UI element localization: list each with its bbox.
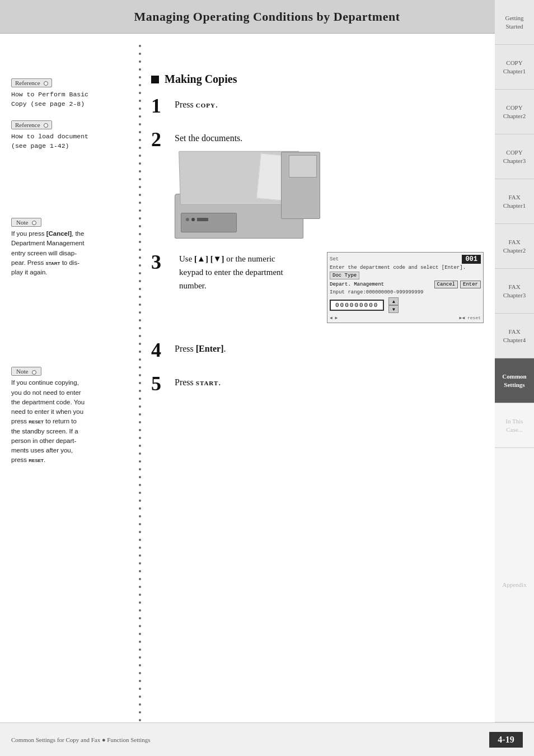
center-column: Making Copies 1 Press copy. 2 Set the do… xyxy=(134,34,495,739)
step-2: 2 Set the documents. xyxy=(151,129,484,239)
right-sidebar: GettingStarted COPYChapter1 COPYChapter2… xyxy=(495,0,534,722)
step-3-content: Use [▲] [▼] or the numerickeypad to ente… xyxy=(179,252,316,292)
reference-2: Reference How to load document (see page… xyxy=(11,120,126,151)
scanner-adf xyxy=(281,152,320,219)
page-header: Managing Operating Conditions by Departm… xyxy=(0,0,534,34)
dept-bottom-row: ◀ ▶ ▶◀ reset xyxy=(330,315,481,320)
reference-2-circle xyxy=(44,123,48,128)
scanner-button-1 xyxy=(186,218,189,221)
sidebar-tab-fax1[interactable]: FAXChapter1 xyxy=(495,179,534,224)
note-2-text: If you continue copying, you do not need… xyxy=(11,378,126,465)
step-2-content: Set the documents. xyxy=(175,129,484,239)
step-4-content: Press [Enter]. xyxy=(175,340,226,356)
step-3-container: 3 Use [▲] [▼] or the numerickeypad to en… xyxy=(151,252,484,323)
step-4-number: 4 xyxy=(151,340,168,360)
step-5-number: 5 xyxy=(151,374,168,394)
dept-mgmt-row: Depart. Management Cancel Enter xyxy=(330,281,481,288)
page-footer: Common Settings for Copy and Fax ● Funct… xyxy=(0,722,534,756)
note-2-circle xyxy=(32,370,36,375)
sidebar-tab-in-this-case[interactable]: In ThisCase... xyxy=(495,403,534,448)
step-1-content: Press copy. xyxy=(175,96,218,111)
step-5: 5 Press start. xyxy=(151,374,484,394)
section-heading: Making Copies xyxy=(151,73,484,86)
sidebar-tab-common-settings[interactable]: CommonSettings xyxy=(495,358,534,403)
reference-1-label: Reference xyxy=(11,78,52,87)
page-number-box: 4-19 xyxy=(489,732,523,748)
page-title: Managing Operating Conditions by Departm… xyxy=(134,10,400,24)
dept-arrow-down[interactable]: ▼ xyxy=(388,305,399,313)
step-3-number: 3 xyxy=(151,252,168,272)
dept-screen: Set 001 Enter the department code and se… xyxy=(327,252,484,323)
reference-1-text: How to Perform Basic Copy (see page 2-8) xyxy=(11,90,126,109)
reference-1-circle xyxy=(44,81,48,86)
scanner-buttons xyxy=(186,218,208,221)
sidebar-tab-fax3[interactable]: FAXChapter3 xyxy=(495,269,534,314)
sidebar-tab-getting-started[interactable]: GettingStarted xyxy=(495,0,534,45)
dept-bottom-right: ▶◀ reset xyxy=(460,315,481,320)
sidebar-tab-copy2[interactable]: COPYChapter2 xyxy=(495,90,534,134)
note-1-text: If you press [Cancel], the Department Ma… xyxy=(11,229,126,277)
main-content: Reference How to Perform Basic Copy (see… xyxy=(0,34,495,739)
dept-bottom-left: ◀ ▶ xyxy=(330,315,338,320)
step-1: 1 Press copy. xyxy=(151,96,484,116)
sidebar-tab-fax4[interactable]: FAXChapter4 xyxy=(495,314,534,358)
sidebar-tab-copy1[interactable]: COPYChapter1 xyxy=(495,45,534,90)
step-5-content: Press start. xyxy=(175,374,221,389)
scanner-illustration xyxy=(175,152,320,239)
reference-2-label: Reference xyxy=(11,120,52,129)
note-1: Note If you press [Cancel], the Departme… xyxy=(11,218,126,277)
scanner-button-2 xyxy=(191,218,195,221)
note-2: Note If you continue copying, you do not… xyxy=(11,367,126,465)
scanner-adf-tray xyxy=(289,155,317,178)
step-1-number: 1 xyxy=(151,96,168,116)
dept-enter-button[interactable]: Enter xyxy=(460,281,481,288)
dept-arrow-up[interactable]: ▲ xyxy=(388,297,399,305)
footer-text: Common Settings for Copy and Fax ● Funct… xyxy=(11,736,151,743)
dept-set-label: Set xyxy=(330,256,339,262)
dept-screen-header: Set 001 xyxy=(330,255,481,264)
sidebar-tab-fax2[interactable]: FAXChapter2 xyxy=(495,224,534,269)
sidebar-tab-appendix[interactable]: Appendix xyxy=(495,448,534,722)
footer-page: 4-19 xyxy=(489,732,523,748)
black-square-icon xyxy=(151,76,159,83)
reference-1: Reference How to Perform Basic Copy (see… xyxy=(11,78,126,109)
note-2-label: Note xyxy=(11,367,41,376)
dept-cancel-button[interactable]: Cancel xyxy=(434,281,458,288)
dept-input-range: Input range:000000000-999999999 xyxy=(330,290,481,295)
scanner-display xyxy=(197,218,208,221)
sidebar-tab-copy3[interactable]: COPYChapter3 xyxy=(495,134,534,179)
dept-doc-type-label: Doc Type xyxy=(330,272,359,279)
note-1-label: Note xyxy=(11,218,41,227)
dept-arrows: ▲ ▼ xyxy=(388,297,399,313)
dept-input-row: 000000000 ▲ ▼ xyxy=(330,297,481,313)
dept-set-number: 001 xyxy=(462,255,481,264)
dept-instruction: Enter the department code and select [En… xyxy=(330,265,481,270)
dept-mgmt-text: Depart. Management xyxy=(330,282,432,287)
dept-doc-type-row: Doc Type xyxy=(330,272,481,279)
step-3-row: 3 Use [▲] [▼] or the numerickeypad to en… xyxy=(151,252,484,323)
step-2-number: 2 xyxy=(151,129,168,150)
reference-2-text: How to load document (see page 1-42) xyxy=(11,132,126,151)
note-1-circle xyxy=(32,221,36,225)
dept-input-field[interactable]: 000000000 xyxy=(330,300,384,311)
section-title: Making Copies xyxy=(165,73,237,86)
step-4: 4 Press [Enter]. xyxy=(151,340,484,360)
scanner-panel xyxy=(181,213,237,232)
left-column: Reference How to Perform Basic Copy (see… xyxy=(0,34,134,739)
